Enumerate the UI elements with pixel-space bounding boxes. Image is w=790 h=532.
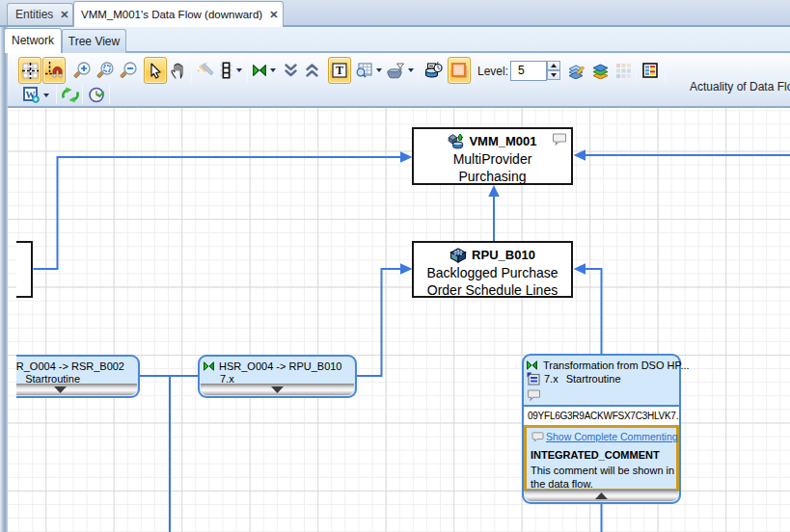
text-tool-button[interactable]: T (328, 57, 351, 84)
toolbar-separator (636, 58, 637, 82)
connector-trf2-to-rpu[interactable] (357, 269, 400, 376)
tab-entities[interactable]: Entities ✕ (7, 3, 73, 25)
toolbar-separator (325, 58, 326, 82)
expand-arrow-icon (54, 386, 67, 393)
level-spinner (547, 61, 560, 81)
filter-button[interactable] (385, 57, 415, 84)
spinner-down-button[interactable] (547, 70, 560, 80)
clock-check-icon (89, 87, 105, 103)
node-title: VMM_M001 (469, 134, 536, 148)
color-palette-icon (616, 64, 631, 78)
collapse-strip[interactable] (525, 490, 678, 501)
layers-color-icon (591, 63, 610, 79)
table-search-button[interactable] (354, 57, 384, 84)
swimlane-button[interactable] (216, 57, 245, 84)
connector-trf3-to-rpu[interactable] (585, 269, 602, 355)
trf-routine: Startroutine (566, 373, 621, 385)
fill-color-icon (451, 63, 468, 79)
toolbar-separator (82, 85, 83, 104)
fill-color-button[interactable] (448, 57, 471, 84)
collapse-all-button[interactable] (280, 57, 301, 84)
editor-tab-bar: Entities ✕ VMM_M001's Data Flow (downwar… (0, 0, 790, 27)
dropdown-arrow-icon (270, 68, 276, 72)
color-palette-button[interactable] (613, 57, 634, 84)
node-text-line: Purchasing (414, 168, 571, 185)
snap-magnet-button[interactable] (42, 57, 66, 84)
tab-data-flow[interactable]: VMM_M001's Data Flow (downward) ✕ (73, 1, 284, 27)
comment-title: INTEGRATED_COMMENT (531, 449, 660, 461)
toolbar-separator (68, 58, 68, 82)
node-rsr-b002[interactable] (16, 241, 33, 298)
toolbar-separator (445, 58, 446, 82)
node-title-row: RPU_B010 (414, 246, 571, 264)
edit-layers-button[interactable] (565, 57, 588, 84)
dropdown-arrow-icon (236, 68, 242, 72)
grid-toggle-button[interactable] (18, 57, 41, 84)
zoom-fit-icon (96, 62, 114, 79)
comment-highlight-box[interactable]: Show Complete Commenting INTEGRATED_COMM… (524, 425, 679, 492)
refresh-icon (62, 87, 79, 103)
expand-arrow-icon (271, 386, 284, 393)
node-trf-hsr-to-rsr[interactable]: HSR_O004 -> RSR_B002 7.xStartroutine (16, 355, 140, 398)
toolbar-separator (247, 58, 248, 82)
trf-title: HSR_O004 -> RSR_B002 (16, 360, 124, 372)
close-icon[interactable]: ✕ (60, 10, 68, 20)
clock-check-button[interactable] (85, 85, 108, 105)
node-trf-from-dso[interactable]: Transformation from DSO HP... 7.x Startr… (522, 354, 681, 504)
comment-text-line: This comment will be shown in (531, 465, 674, 476)
toolbar-separator (191, 58, 192, 82)
auto-layout-button[interactable] (194, 57, 217, 84)
zoom-in-button[interactable] (70, 57, 94, 84)
down-arrow-icon (551, 73, 557, 77)
sap-bw-data-flow-window: { "window": { "editor_tabs": [ { "label"… (0, 0, 790, 532)
pan-tool-button[interactable] (167, 57, 190, 84)
filter-jug-icon (387, 63, 404, 79)
trf-subtitle-row: 7.x (220, 373, 234, 385)
node-trf-hsr-to-rpu[interactable]: HSR_O004 -> RPU_B010 7.x (198, 355, 357, 398)
word-export-button[interactable]: W (18, 85, 53, 105)
editor-left-border (0, 27, 8, 532)
refresh-button[interactable] (59, 85, 82, 105)
dropdown-arrow-icon (408, 68, 414, 72)
trf-title-row: HSR_O004 -> RPU_B010 (204, 360, 341, 372)
text-icon: T (332, 63, 347, 78)
legend-button[interactable] (639, 57, 662, 84)
node-rpu-b010[interactable]: RPU_B010 Backlogged Purchase Order Sched… (412, 241, 573, 298)
spinner-up-button[interactable] (547, 61, 560, 70)
tab-network[interactable]: Network (4, 28, 62, 53)
toolbar-separator (561, 58, 562, 82)
toolbar-separator (56, 85, 57, 104)
select-tool-button[interactable] (144, 57, 167, 84)
color-layers-button[interactable] (588, 57, 612, 84)
tab-data-flow-label: VMM_M001's Data Flow (downward) (81, 9, 262, 20)
trf-version: 7.x (16, 373, 17, 385)
node-title-row: VMM_M001 (414, 132, 571, 150)
toolbar-separator (109, 85, 110, 104)
zoom-fit-button[interactable] (94, 57, 117, 84)
tab-tree-view[interactable]: Tree View (62, 29, 126, 53)
comment-bubble-icon[interactable] (553, 133, 566, 146)
comment-text-line: the data flow. (531, 478, 593, 490)
expand-all-button[interactable] (301, 57, 322, 84)
trf-guid-text: 09YFL6G3R9ACKWFSX7C3HLVK7... (524, 407, 679, 425)
print-button[interactable] (422, 57, 445, 84)
connector-rsr-to-vmm[interactable] (33, 157, 400, 269)
expand-strip[interactable] (16, 384, 137, 395)
arrowhead-into-vmm-left (400, 151, 413, 163)
zoom-out-button[interactable] (117, 57, 140, 84)
trf-routine: Startroutine (25, 373, 80, 385)
diagram-canvas[interactable]: VMM_M001 MultiProvider Purchasing RPU_B0… (8, 108, 790, 532)
trf-title-row: Transformation from DSO HP... (527, 359, 690, 371)
add-transformation-button[interactable] (250, 57, 279, 84)
transformation-icon (527, 360, 537, 370)
arrowhead-into-vmm-bottom (488, 185, 500, 197)
toolbar-separator (141, 58, 142, 82)
comment-bubble-icon[interactable] (528, 389, 540, 401)
expand-strip[interactable] (201, 384, 354, 395)
level-input[interactable]: 5 (510, 61, 547, 81)
transformation-icon (204, 361, 214, 371)
show-complete-commenting-link[interactable]: Show Complete Commenting (546, 431, 678, 442)
zoom-out-icon (120, 62, 137, 79)
close-icon[interactable]: ✕ (269, 10, 278, 20)
node-vmm-m001[interactable]: VMM_M001 MultiProvider Purchasing (412, 127, 573, 185)
